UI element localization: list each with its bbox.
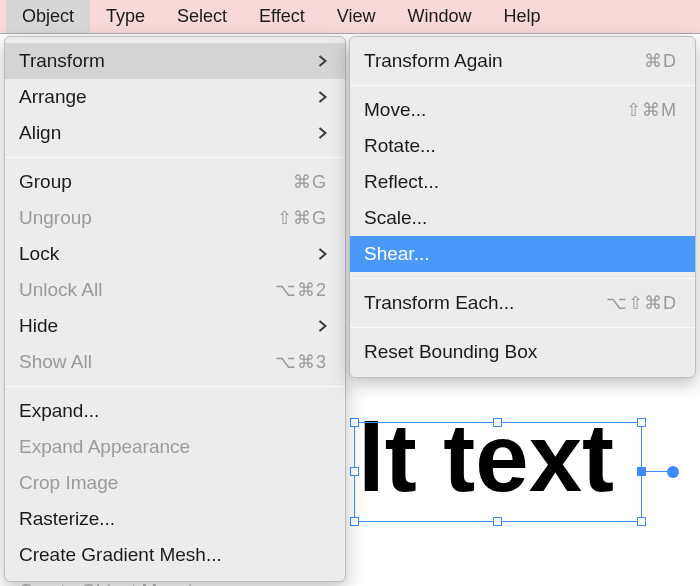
chevron-right-icon [317, 127, 327, 139]
menubar-item-help[interactable]: Help [488, 0, 557, 33]
object-menu-dropdown: TransformArrangeAlignGroup⌘GUngroup⇧⌘GLo… [4, 36, 346, 582]
transform-submenu-item-rotate[interactable]: Rotate... [350, 128, 695, 164]
menu-item-label: Transform [19, 50, 317, 72]
handle-top-right[interactable] [637, 418, 646, 427]
anchor-point[interactable] [667, 466, 679, 478]
menu-item-label: Transform Again [364, 50, 644, 72]
menu-item-shortcut: ⌥⇧⌘D [606, 292, 677, 314]
object-menu-item-ungroup: Ungroup⇧⌘G [5, 200, 345, 236]
chevron-right-icon [317, 91, 327, 103]
menu-item-label: Reset Bounding Box [364, 341, 677, 363]
object-menu-item-rasterize[interactable]: Rasterize... [5, 501, 345, 537]
object-menu-item-unlock-all: Unlock All⌥⌘2 [5, 272, 345, 308]
menu-item-label: Shear... [364, 243, 677, 265]
menubar-item-window[interactable]: Window [392, 0, 488, 33]
menu-item-label: Reflect... [364, 171, 677, 193]
menubar-item-view[interactable]: View [321, 0, 392, 33]
handle-bottom-right[interactable] [637, 517, 646, 526]
menu-item-shortcut: ⇧⌘G [277, 207, 327, 229]
menubar-item-effect[interactable]: Effect [243, 0, 321, 33]
menu-item-label: Create Gradient Mesh... [19, 544, 327, 566]
transform-submenu-item-transform-each[interactable]: Transform Each...⌥⇧⌘D [350, 285, 695, 321]
transform-submenu-item-shear[interactable]: Shear... [350, 236, 695, 272]
menubar: ObjectTypeSelectEffectViewWindowHelp [0, 0, 700, 34]
menubar-item-object[interactable]: Object [6, 0, 90, 33]
menu-item-label: Align [19, 122, 317, 144]
object-menu-item-transform[interactable]: Transform [5, 43, 345, 79]
menu-item-label: Move... [364, 99, 626, 121]
object-menu-item-crop-image: Crop Image [5, 465, 345, 501]
menu-item-label: Transform Each... [364, 292, 606, 314]
transform-submenu-item-transform-again[interactable]: Transform Again⌘D [350, 43, 695, 79]
object-menu-separator [5, 386, 345, 387]
handle-middle-left[interactable] [350, 467, 359, 476]
handle-bottom-left[interactable] [350, 517, 359, 526]
handle-top-left[interactable] [350, 418, 359, 427]
menu-item-shortcut: ⌘G [293, 171, 327, 193]
object-menu-item-show-all: Show All⌥⌘3 [5, 344, 345, 380]
menu-item-label: Group [19, 171, 293, 193]
menu-item-label: Crop Image [19, 472, 327, 494]
transform-submenu: Transform Again⌘DMove...⇧⌘MRotate...Refl… [349, 36, 696, 378]
menu-item-shortcut: ⌘D [644, 50, 677, 72]
object-menu-item-create-object-mosaic: Create Object Mosaic... [5, 573, 345, 586]
menu-item-label: Expand... [19, 400, 327, 422]
chevron-right-icon [317, 320, 327, 332]
transform-submenu-item-scale[interactable]: Scale... [350, 200, 695, 236]
transform-submenu-separator [350, 278, 695, 279]
chevron-right-icon [317, 248, 327, 260]
menu-item-label: Arrange [19, 86, 317, 108]
transform-submenu-separator [350, 327, 695, 328]
object-menu-separator [5, 157, 345, 158]
menu-item-shortcut: ⌥⌘3 [275, 351, 327, 373]
menu-item-label: Expand Appearance [19, 436, 327, 458]
menu-item-label: Scale... [364, 207, 677, 229]
transform-submenu-item-move[interactable]: Move...⇧⌘M [350, 92, 695, 128]
handle-top-middle[interactable] [493, 418, 502, 427]
chevron-right-icon [317, 55, 327, 67]
transform-submenu-separator [350, 85, 695, 86]
object-menu-item-group[interactable]: Group⌘G [5, 164, 345, 200]
menu-item-shortcut: ⇧⌘M [626, 99, 677, 121]
menu-item-shortcut: ⌥⌘2 [275, 279, 327, 301]
canvas-area: lt text [350, 380, 700, 586]
object-menu-item-lock[interactable]: Lock [5, 236, 345, 272]
menu-item-label: Rotate... [364, 135, 677, 157]
menu-item-label: Unlock All [19, 279, 275, 301]
object-menu-item-align[interactable]: Align [5, 115, 345, 151]
transform-submenu-item-reflect[interactable]: Reflect... [350, 164, 695, 200]
object-menu-item-create-gradient-mesh[interactable]: Create Gradient Mesh... [5, 537, 345, 573]
object-menu-item-expand[interactable]: Expand... [5, 393, 345, 429]
menu-item-label: Ungroup [19, 207, 277, 229]
object-menu-item-hide[interactable]: Hide [5, 308, 345, 344]
menu-item-label: Lock [19, 243, 317, 265]
menubar-item-type[interactable]: Type [90, 0, 161, 33]
object-menu-item-expand-appearance: Expand Appearance [5, 429, 345, 465]
menubar-item-select[interactable]: Select [161, 0, 243, 33]
selection-bounding-box[interactable] [354, 422, 642, 522]
menu-item-label: Create Object Mosaic... [19, 580, 327, 586]
menu-item-label: Show All [19, 351, 275, 373]
handle-bottom-middle[interactable] [493, 517, 502, 526]
menu-item-label: Rasterize... [19, 508, 327, 530]
menu-item-label: Hide [19, 315, 317, 337]
transform-submenu-item-reset-bounding-box[interactable]: Reset Bounding Box [350, 334, 695, 370]
object-menu-item-arrange[interactable]: Arrange [5, 79, 345, 115]
